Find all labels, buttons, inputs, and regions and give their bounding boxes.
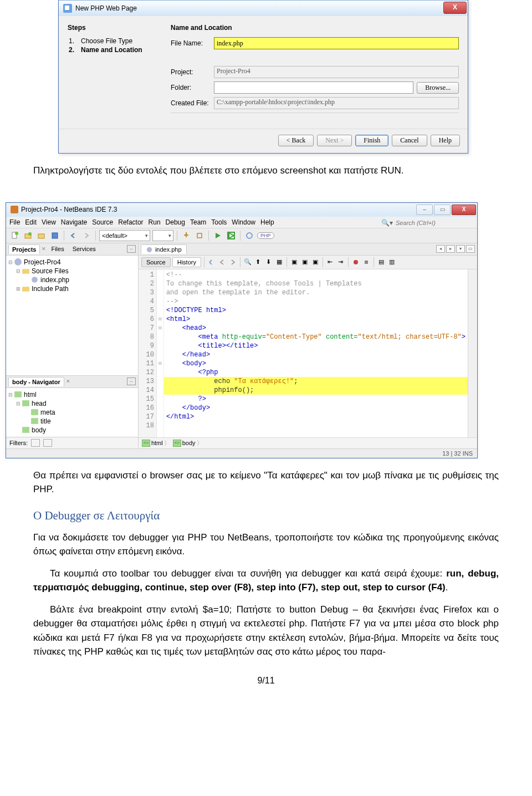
macro-start-icon[interactable] (351, 258, 360, 267)
find-selection-icon[interactable]: 🔍 (243, 258, 252, 267)
menu-run[interactable]: Run (149, 218, 161, 226)
tree-source-files[interactable]: Source Files (32, 267, 69, 275)
tree-index-php[interactable]: index.php (40, 276, 69, 284)
mode-history[interactable]: History (172, 257, 201, 267)
dropdown-icon[interactable]: ▾ (456, 245, 465, 253)
tree-project-name[interactable]: Project-Pro4 (24, 258, 61, 266)
menu-window[interactable]: Window (232, 218, 255, 226)
new-project-icon[interactable] (23, 230, 34, 241)
paragraph-browser: Θα πρέπει να εμφανιστεί ο browser σας με… (33, 468, 499, 497)
folder-input[interactable] (214, 81, 413, 94)
prev-bookmark-icon[interactable]: ▣ (290, 258, 299, 267)
redo-icon[interactable] (81, 230, 92, 241)
filter-icon[interactable] (43, 439, 52, 447)
dialog-titlebar[interactable]: New PHP Web Page X (59, 0, 468, 16)
open-project-icon[interactable] (36, 230, 47, 241)
config-target-combo[interactable] (152, 230, 173, 241)
undo-icon[interactable] (68, 230, 79, 241)
maximize-editor-icon[interactable]: ▭ (466, 245, 475, 253)
tree-include-path[interactable]: Include Path (32, 285, 69, 293)
profile-icon[interactable] (244, 230, 255, 241)
filter-icon[interactable] (31, 439, 40, 447)
breadcrumb-body[interactable]: <>body 〉 (173, 439, 203, 447)
config-combo[interactable]: <default> (99, 230, 150, 241)
tab-files[interactable]: Files (48, 244, 67, 253)
svg-rect-12 (22, 287, 29, 292)
status-bar: 13 | 32 INS (6, 448, 477, 458)
mode-source[interactable]: Source (141, 257, 171, 267)
search-icon: 🔍▾ (381, 219, 393, 227)
browse-button[interactable]: Browse... (417, 82, 459, 94)
file-name-label: File Name: (171, 39, 214, 47)
netbeans-ide-window: Project-Pro4 - NetBeans IDE 7.3 – ▭ X Fi… (6, 202, 478, 458)
menu-source[interactable]: Source (92, 218, 113, 226)
close-icon[interactable]: X (452, 205, 476, 215)
uncomment-icon[interactable]: ▥ (387, 258, 396, 267)
shift-right-icon[interactable]: ⇥ (336, 258, 345, 267)
cancel-button[interactable]: Cancel (392, 135, 427, 146)
new-file-icon[interactable] (9, 230, 21, 241)
svg-point-1 (15, 232, 18, 235)
scrollbar[interactable] (468, 269, 477, 437)
ide-titlebar[interactable]: Project-Pro4 - NetBeans IDE 7.3 – ▭ X (6, 203, 477, 217)
breadcrumb-html[interactable]: <>html 〉 (142, 439, 170, 447)
debug-icon[interactable] (226, 230, 237, 241)
clean-build-icon[interactable] (194, 230, 205, 241)
shift-left-icon[interactable]: ⇤ (326, 258, 335, 267)
svg-rect-17 (22, 427, 29, 433)
close-icon[interactable]: X (443, 2, 467, 14)
scroll-left-icon[interactable]: ◂ (436, 245, 445, 253)
code-editor[interactable]: 123456789101112131415161718 ⊟⊟⊟ <!--To c… (139, 269, 477, 437)
menu-team[interactable]: Team (190, 218, 206, 226)
editor-tab-index[interactable]: index.php (141, 244, 187, 254)
navigator-title[interactable]: body - Navigator (8, 377, 64, 386)
menu-help[interactable]: Help (260, 218, 274, 226)
file-name-input[interactable] (214, 37, 459, 49)
macro-stop-icon[interactable] (362, 258, 371, 267)
tab-services[interactable]: Services (69, 244, 99, 253)
intro-paragraph: Πληκτρολογήστε τις δύο εντολές που βλέπε… (33, 164, 499, 178)
toggle-highlight-icon[interactable]: ▦ (275, 258, 284, 267)
save-all-icon[interactable] (49, 230, 60, 241)
search-box[interactable]: 🔍▾ (381, 218, 469, 228)
find-next-icon[interactable]: ⬇ (264, 258, 273, 267)
minimize-panel-icon[interactable]: – (127, 377, 136, 385)
menu-tools[interactable]: Tools (211, 218, 227, 226)
menu-view[interactable]: View (42, 218, 56, 226)
form-header: Name and Location (171, 24, 459, 32)
comment-icon[interactable]: ▤ (377, 258, 386, 267)
netbeans-app-icon (11, 206, 18, 213)
next-bookmark-icon[interactable]: ▣ (300, 258, 309, 267)
tab-projects[interactable]: Projects (8, 244, 40, 254)
run-icon[interactable] (212, 230, 223, 241)
toggle-bookmark-icon[interactable]: ▣ (311, 258, 320, 267)
build-icon[interactable] (181, 230, 192, 241)
menu-edit[interactable]: Edit (25, 218, 37, 226)
search-input[interactable] (395, 218, 469, 228)
netbeans-app-icon (63, 4, 72, 13)
form-column: Name and Location File Name: Project: Pr… (171, 24, 459, 123)
folder-icon (22, 267, 30, 275)
svg-rect-14 (22, 400, 29, 406)
last-edit-icon[interactable] (207, 258, 216, 267)
scroll-right-icon[interactable]: ▸ (446, 245, 455, 253)
menu-file[interactable]: File (9, 218, 20, 226)
help-button[interactable]: Help (431, 135, 460, 146)
forward-icon[interactable] (228, 258, 237, 267)
find-prev-icon[interactable]: ⬆ (254, 258, 263, 267)
next-button: Next > (317, 135, 352, 146)
minimize-icon[interactable]: – (416, 205, 433, 215)
html-tag-icon (22, 426, 30, 434)
minimize-panel-icon[interactable]: – (127, 245, 136, 253)
menu-debug[interactable]: Debug (166, 218, 185, 226)
svg-point-18 (147, 247, 152, 252)
svg-rect-15 (31, 409, 38, 415)
back-button[interactable]: < Back (278, 135, 314, 146)
navigator-tree[interactable]: ⊟html ⊟head meta title body (6, 388, 138, 437)
menu-refactor[interactable]: Refactor (118, 218, 143, 226)
finish-button[interactable]: Finish (355, 135, 388, 146)
menu-navigate[interactable]: Navigate (61, 218, 87, 226)
maximize-icon[interactable]: ▭ (434, 205, 451, 215)
projects-tree[interactable]: ⊟Project-Pro4 ⊟Source Files index.php ⊞I… (6, 256, 138, 375)
back-icon[interactable] (218, 258, 227, 267)
